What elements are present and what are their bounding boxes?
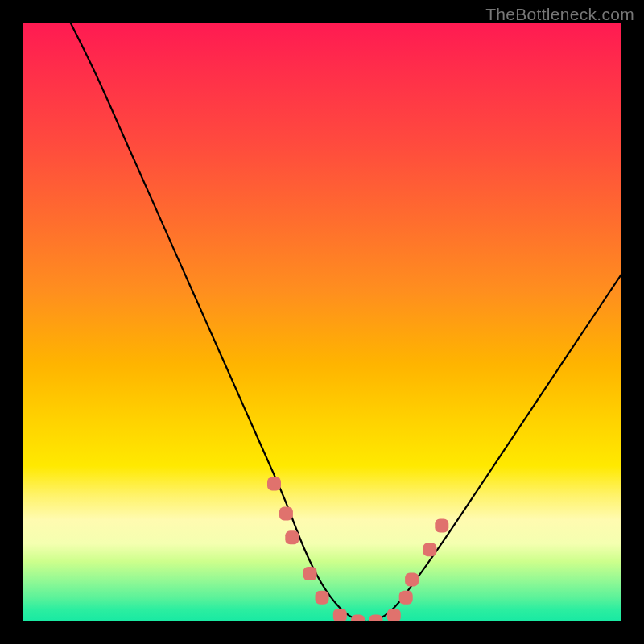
- curve-marker: [333, 609, 347, 621]
- curve-marker: [285, 530, 299, 544]
- bottleneck-curve: [71, 23, 622, 621]
- curve-marker: [387, 609, 401, 621]
- watermark-label: TheBottleneck.com: [485, 5, 634, 24]
- curve-marker: [423, 543, 436, 556]
- curve-marker: [351, 615, 365, 622]
- curve-marker: [399, 591, 413, 605]
- curve-layer: [23, 23, 621, 621]
- curve-marker: [405, 572, 419, 586]
- curve-marker: [303, 567, 317, 580]
- plot-area: [23, 23, 621, 621]
- chart-frame: TheBottleneck.com: [0, 0, 644, 644]
- marker-layer: [267, 477, 448, 621]
- curve-marker: [435, 519, 448, 533]
- curve-marker: [267, 477, 281, 490]
- curve-marker: [316, 591, 329, 605]
- curve-marker: [279, 507, 293, 521]
- curve-marker: [369, 615, 383, 622]
